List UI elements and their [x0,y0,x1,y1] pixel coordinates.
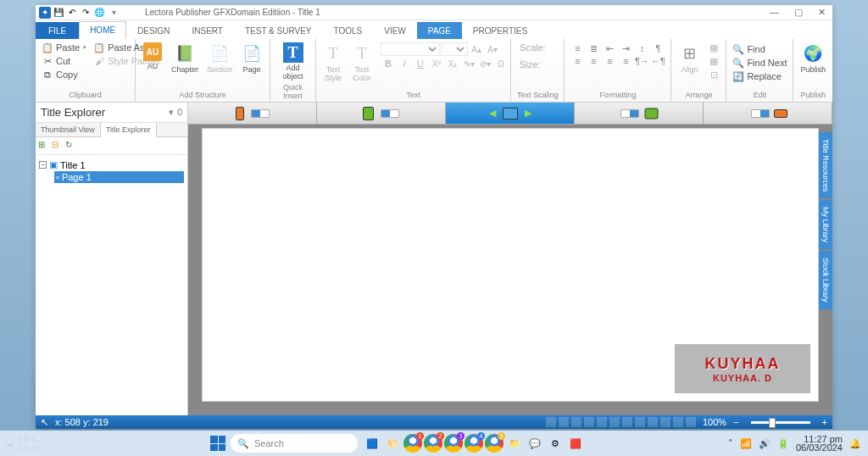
clear-format-button[interactable]: ⊘▾ [477,57,492,70]
save-icon[interactable]: 💾 [53,7,64,19]
text-style-button[interactable]: TText Style [320,41,347,84]
page-button[interactable]: 📄Page [237,41,266,75]
chrome-icon[interactable]: 2 [424,434,442,453]
line-spacing-button[interactable]: ↕ [634,42,649,54]
tb-app-icon[interactable]: 🟦 [363,434,381,453]
align-left-button[interactable]: ≡ [570,55,585,67]
device-phone-landscape-2[interactable] [704,103,832,124]
tb-app-icon[interactable]: 🌕 [383,434,402,453]
toggle[interactable] [381,109,399,118]
rtl-button[interactable]: ←¶ [650,55,665,67]
sb-icon[interactable] [609,417,620,427]
volume-icon[interactable]: 🔊 [759,438,771,449]
symbol-button[interactable]: Ω [493,57,509,70]
device-phone-landscape[interactable] [317,103,446,124]
side-tab-stocklibrary[interactable]: Stock Library [819,251,832,309]
minimize-button[interactable]: — [766,7,782,18]
battery-icon[interactable]: 🔋 [777,438,789,449]
paste-button[interactable]: 📋Paste▾ [39,41,89,54]
expand-all-icon[interactable]: ⊞ [38,140,50,152]
sb-icon[interactable] [559,417,569,427]
toggle[interactable] [620,109,639,118]
whatsapp-icon[interactable]: 💬 [526,434,544,453]
refresh-icon[interactable]: ↻ [65,140,77,152]
collapse-all-icon[interactable]: ⊟ [52,140,64,152]
explorer-icon[interactable]: 📁 [505,434,524,453]
collapse-icon[interactable]: − [39,161,47,169]
tree-page-item[interactable]: ▫ Page 1 [54,171,184,183]
notifications-icon[interactable]: 🔔 [849,438,861,449]
tab-page-context[interactable]: PAGE [417,22,462,39]
bold-button[interactable]: B [381,57,396,70]
side-tab-mylibrary[interactable]: My Library [819,200,832,249]
tb-app-icon[interactable]: 🟥 [566,434,585,453]
tab-title-explorer[interactable]: Title Explorer [101,123,157,137]
underline-button[interactable]: U [413,57,428,70]
add-object-button[interactable]: TAdd object [274,41,312,82]
font-family-select[interactable] [381,42,440,56]
tab-thumbnail-view[interactable]: Thumbnail View [36,123,101,136]
pin-icon[interactable]: ▾ [169,107,174,118]
close-button[interactable]: ✕ [815,7,829,18]
device-desktop[interactable]: ◀▶ [446,103,575,124]
find-button[interactable]: 🔍Find [730,42,789,56]
superscript-button[interactable]: X² [429,57,444,70]
canvas-viewport[interactable]: KUYHAA KUYHAA. D [188,125,832,415]
find-next-button[interactable]: 🔍Find Next [730,56,789,70]
indent-inc-button[interactable]: ⇥ [618,42,633,54]
zoom-slider[interactable] [751,421,810,424]
globe-icon[interactable]: 🌐 [93,7,105,19]
sb-icon[interactable] [597,417,607,427]
start-button[interactable] [210,436,225,451]
tray-chevron-icon[interactable]: ˄ [728,438,733,449]
tab-test-survey[interactable]: TEST & SURVEY [234,22,323,39]
bullets-button[interactable]: ≡ [570,42,585,54]
copy-button[interactable]: ⧉Copy [39,68,89,81]
italic-button[interactable]: I [397,57,412,70]
page-canvas[interactable]: KUYHAA KUYHAA. D [202,128,819,402]
highlight-button[interactable]: ✎▾ [461,57,476,70]
send-back-button[interactable]: ▦ [705,54,722,68]
numbering-button[interactable]: ≣ [586,42,601,54]
group-button[interactable]: ⊡ [705,68,722,81]
paragraph-button[interactable]: ¶ [650,42,665,54]
redo-icon[interactable]: ↷ [80,7,92,19]
prev-arrow-icon[interactable]: ◀ [489,108,496,119]
chrome-icon[interactable]: 5 [485,434,504,453]
tab-insert[interactable]: INSERT [181,22,234,39]
shrink-font-icon[interactable]: A▾ [485,42,500,56]
font-size-select[interactable] [441,42,468,56]
side-tab-resources[interactable]: Title Resources [819,132,832,198]
indent-dec-button[interactable]: ⇤ [602,42,617,54]
clock[interactable]: 11:27 pm 06/03/2024 [796,435,843,452]
align-button[interactable]: ⊞Align [675,41,704,75]
sb-icon[interactable] [571,417,581,427]
settings-icon[interactable]: ⚙ [546,434,565,453]
wifi-icon[interactable]: 📶 [740,438,752,449]
next-arrow-icon[interactable]: ▶ [525,108,531,119]
toggle[interactable] [251,109,270,118]
qat-dropdown-icon[interactable]: ▾ [108,7,120,19]
ltr-button[interactable]: ¶→ [634,55,649,67]
maximize-button[interactable]: ▢ [791,7,806,18]
zoom-in-button[interactable]: + [822,417,827,427]
zoom-out-button[interactable]: − [733,417,738,427]
sb-icon[interactable] [546,417,556,427]
toggle[interactable] [751,109,770,118]
replace-button[interactable]: 🔄Replace [730,70,789,83]
tree-root[interactable]: − ▣ Title 1 [39,158,184,171]
grow-font-icon[interactable]: A▴ [469,42,484,56]
chapter-button[interactable]: 📗Chapter [168,41,202,75]
device-phone-portrait[interactable] [188,103,317,124]
tab-view[interactable]: VIEW [373,22,417,39]
chrome-icon[interactable]: 4 [465,434,483,453]
tab-file[interactable]: FILE [36,22,79,39]
chrome-icon[interactable]: 1 [403,434,422,453]
tab-tools[interactable]: TOOLS [323,22,374,39]
sb-icon[interactable] [648,417,658,427]
au-button[interactable]: AUAU [139,41,166,72]
align-right-button[interactable]: ≡ [602,55,617,67]
text-color-button[interactable]: TText Color [348,41,376,84]
align-center-button[interactable]: ≡ [586,55,601,67]
tab-design[interactable]: DESIGN [126,22,181,39]
